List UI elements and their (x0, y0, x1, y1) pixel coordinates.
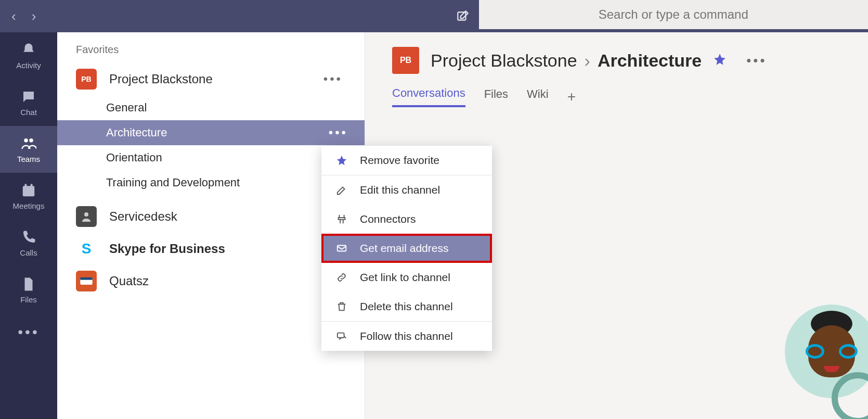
channel-label: Architecture (106, 126, 167, 139)
add-tab-icon[interactable]: + (567, 88, 576, 105)
team-more-icon[interactable]: ••• (323, 72, 343, 86)
rail-item-meetings[interactable]: Meetings (0, 173, 57, 220)
menu-label: Get email address (360, 242, 448, 255)
breadcrumb-channel: Architecture (598, 50, 702, 71)
header-avatar: PB (392, 47, 419, 74)
forward-icon[interactable]: › (32, 8, 36, 24)
svg-rect-9 (338, 246, 346, 251)
rail-label: Meetings (13, 201, 45, 210)
channel-orientation[interactable]: Orientation (57, 145, 365, 170)
tab-files[interactable]: Files (484, 87, 508, 106)
breadcrumb-project[interactable]: Project Blackstone (431, 50, 577, 71)
app-rail: Activity Chat Teams Meetings Calls Files… (0, 32, 57, 419)
menu-delete-channel[interactable]: Delete this channel (321, 292, 492, 321)
menu-label: Connectors (360, 213, 416, 225)
search-input[interactable] (479, 0, 869, 29)
team-row-quatsz[interactable]: Quatsz (57, 265, 365, 297)
channel-architecture[interactable]: Architecture ••• (57, 120, 365, 145)
menu-label: Get link to channel (360, 271, 450, 284)
team-avatar: S (76, 238, 97, 259)
rail-label: Activity (16, 61, 41, 70)
channel-training[interactable]: Training and Development (57, 170, 365, 195)
menu-label: Edit this channel (360, 184, 440, 196)
team-name: Quatsz (109, 274, 149, 288)
svg-point-1 (24, 138, 28, 143)
search-wrap (479, 0, 869, 32)
team-row-skype[interactable]: S Skype for Business (57, 233, 365, 265)
back-icon[interactable]: ‹ (11, 8, 16, 24)
magnifier-icon (821, 372, 868, 419)
rail-item-calls[interactable]: Calls (0, 220, 57, 266)
rail-item-chat[interactable]: Chat (0, 79, 57, 126)
menu-get-link[interactable]: Get link to channel (321, 263, 492, 292)
team-name: Servicedesk (109, 209, 177, 224)
header-more-icon[interactable]: ••• (746, 53, 767, 69)
team-name: Skype for Business (109, 242, 225, 256)
rail-label: Files (20, 295, 37, 304)
rail-label: Teams (17, 155, 40, 163)
team-avatar (76, 271, 97, 291)
svg-point-6 (84, 212, 88, 217)
rail-label: Chat (20, 108, 37, 117)
breadcrumb-separator-icon: › (585, 50, 590, 71)
rail-item-teams[interactable]: Teams (0, 126, 57, 173)
favorites-heading: Favorites (57, 32, 365, 63)
menu-follow-channel[interactable]: Follow this channel (321, 322, 492, 351)
menu-label: Follow this channel (360, 330, 453, 342)
channel-more-icon[interactable]: ••• (329, 125, 348, 140)
team-row-servicedesk[interactable]: Servicedesk (57, 200, 365, 233)
svg-rect-4 (25, 184, 27, 187)
favorite-star-icon[interactable] (713, 53, 727, 68)
team-name: Project Blackstone (109, 72, 213, 86)
rail-item-files[interactable]: Files (0, 266, 57, 313)
team-avatar: PB (76, 69, 97, 90)
tab-row: Conversations Files Wiki + (365, 74, 868, 107)
menu-remove-favorite[interactable]: Remove favorite (321, 146, 492, 175)
rail-label: Calls (20, 248, 37, 257)
tab-conversations[interactable]: Conversations (392, 86, 465, 107)
compose-icon[interactable] (447, 9, 479, 23)
teams-sidebar: Favorites PB Project Blackstone ••• Gene… (57, 32, 365, 419)
menu-label: Remove favorite (360, 154, 439, 167)
svg-rect-8 (80, 277, 92, 280)
breadcrumb: Project Blackstone › Architecture (431, 50, 702, 71)
menu-connectors[interactable]: Connectors (321, 205, 492, 234)
channel-header: PB Project Blackstone › Architecture ••• (365, 32, 868, 74)
channel-context-menu: Remove favorite Edit this channel Connec… (321, 146, 492, 351)
tab-wiki[interactable]: Wiki (527, 87, 549, 106)
rail-more-icon[interactable]: ••• (18, 324, 39, 340)
team-avatar (76, 206, 97, 227)
svg-rect-10 (338, 333, 344, 338)
channel-label: Orientation (106, 151, 162, 164)
channel-label: General (106, 101, 147, 115)
nav-arrows: ‹ › (0, 8, 57, 24)
svg-rect-3 (23, 186, 35, 196)
team-row-blackstone[interactable]: PB Project Blackstone ••• (57, 63, 365, 95)
channel-label: Training and Development (106, 176, 240, 189)
menu-edit-channel[interactable]: Edit this channel (321, 175, 492, 205)
rail-item-activity[interactable]: Activity (0, 32, 57, 79)
menu-label: Delete this channel (360, 300, 453, 313)
svg-rect-5 (31, 184, 33, 187)
menu-get-email[interactable]: Get email address (321, 234, 492, 263)
channel-general[interactable]: General (57, 95, 365, 120)
main: Activity Chat Teams Meetings Calls Files… (0, 32, 868, 419)
svg-point-2 (29, 138, 33, 143)
top-bar: ‹ › (0, 0, 868, 32)
